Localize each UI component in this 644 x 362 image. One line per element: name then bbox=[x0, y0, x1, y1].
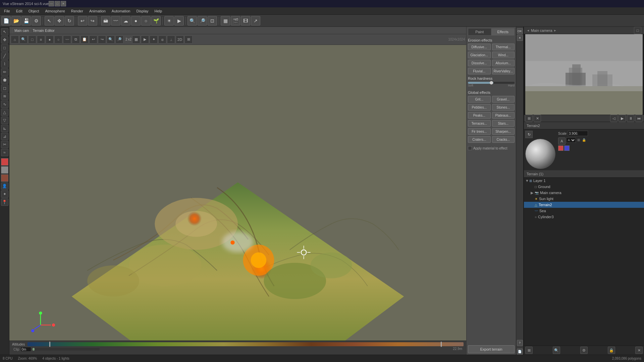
camera-expand-btn[interactable]: □ bbox=[634, 27, 641, 34]
bottom-icon-5[interactable]: ✕ bbox=[635, 347, 643, 354]
altitude-min-handle[interactable] bbox=[49, 342, 50, 347]
right-tool-2[interactable]: ✕ bbox=[534, 115, 541, 122]
btn-peaks[interactable]: Peaks... bbox=[468, 112, 491, 119]
tool-drop[interactable]: ⊿ bbox=[1, 133, 8, 140]
btn-gravel[interactable]: Gravel... bbox=[492, 96, 515, 103]
export-terrain-btn[interactable]: Export terrain bbox=[468, 345, 515, 353]
terrain-zoomin-btn[interactable]: 🔍 bbox=[107, 36, 115, 44]
menu-animation[interactable]: Animation bbox=[87, 8, 108, 14]
camera-view[interactable] bbox=[524, 34, 644, 115]
tool-fx[interactable]: ✦ bbox=[1, 190, 8, 198]
redo-btn[interactable]: ↪ bbox=[88, 16, 97, 25]
terrain-pattern-btn[interactable]: ⊞ bbox=[184, 36, 193, 44]
bottom-icon-1[interactable]: ⊞ bbox=[525, 347, 533, 354]
water-btn[interactable]: 〰 bbox=[111, 16, 120, 25]
sphere-btn[interactable]: ● bbox=[131, 16, 141, 25]
terrain-btn[interactable]: 🏔 bbox=[101, 16, 110, 25]
right-tool-1[interactable]: ⊞ bbox=[525, 115, 533, 122]
terrain-sphere2-btn[interactable]: ○ bbox=[54, 36, 62, 44]
bottom-icon-3[interactable]: ⚙ bbox=[580, 347, 588, 354]
render2-btn[interactable]: 🎬 bbox=[231, 16, 240, 25]
tool-brush1[interactable]: ╱ bbox=[1, 52, 8, 60]
color-gray-swatch[interactable] bbox=[1, 166, 8, 174]
anim-btn[interactable]: 🎞 bbox=[241, 16, 250, 25]
right-icon-1[interactable]: ◁ bbox=[610, 115, 618, 122]
ok-button[interactable]: OK bbox=[517, 28, 523, 34]
undo-btn[interactable]: ↩ bbox=[78, 16, 87, 25]
terrain-viewport[interactable] bbox=[9, 45, 466, 341]
color-pick-blue[interactable] bbox=[564, 145, 570, 151]
btn-alluvium[interactable]: Alluvium... bbox=[492, 60, 515, 66]
new-btn[interactable]: 📄 bbox=[1, 16, 11, 25]
prop-icon-a[interactable]: A bbox=[558, 137, 566, 145]
tool-arrow[interactable]: ↖ bbox=[1, 28, 8, 36]
material-refresh-btn[interactable]: ↻ bbox=[525, 131, 533, 138]
close-button[interactable]: ✕ bbox=[61, 1, 66, 6]
tree-item-cylinder3[interactable]: ○ Cylinder3 bbox=[524, 214, 644, 220]
tool-erase[interactable]: ◻ bbox=[1, 84, 8, 92]
btn-cracks[interactable]: Cracks... bbox=[492, 136, 515, 143]
tool-smooth[interactable]: ∿ bbox=[1, 101, 8, 108]
terrain-layer-btn[interactable]: ≡ bbox=[37, 36, 45, 44]
tool-smear[interactable]: ≋ bbox=[1, 93, 8, 100]
menu-render[interactable]: Render bbox=[68, 8, 86, 14]
btn-stones[interactable]: Stones... bbox=[492, 104, 515, 111]
bottom-icon-4[interactable]: 🔒 bbox=[608, 347, 615, 354]
terrain-water-btn[interactable]: 〰 bbox=[63, 36, 71, 44]
hardness-slider-bar[interactable] bbox=[468, 82, 515, 84]
btn-craters[interactable]: Craters... bbox=[468, 136, 491, 143]
menu-file[interactable]: File bbox=[1, 8, 13, 14]
scale-input[interactable] bbox=[568, 131, 588, 136]
terrain-alpha-btn[interactable]: α bbox=[158, 36, 166, 44]
tool-mountain[interactable]: △ bbox=[1, 109, 8, 116]
color-red-swatch[interactable] bbox=[1, 158, 8, 166]
terrain-home-btn[interactable]: ⌂ bbox=[11, 36, 19, 44]
btn-wind[interactable]: Wind... bbox=[492, 52, 515, 58]
menu-object[interactable]: Object bbox=[26, 8, 42, 14]
tool-brush2[interactable]: ⌇ bbox=[1, 60, 8, 68]
camera-arrow-left[interactable]: ◄ bbox=[527, 29, 530, 32]
tool-pan[interactable]: ✥ bbox=[1, 36, 8, 44]
tree-item-maincamera[interactable]: ▶ 📷 Main camera bbox=[524, 190, 644, 196]
terrain-normal-btn[interactable]: ⟂ bbox=[167, 36, 175, 44]
terrain-redo-btn[interactable]: ↪ bbox=[98, 36, 106, 44]
terrain-flat-btn[interactable]: 2D bbox=[176, 36, 184, 44]
side-page-btn[interactable]: 📄 bbox=[517, 349, 523, 355]
btn-pebbles[interactable]: Pebbles... bbox=[468, 104, 491, 111]
menu-help[interactable]: Help bbox=[152, 8, 165, 14]
clip-input[interactable] bbox=[20, 347, 31, 352]
altitude-max-handle[interactable] bbox=[441, 342, 442, 347]
help-button[interactable]: ? bbox=[517, 340, 523, 346]
menu-display[interactable]: Display bbox=[133, 8, 151, 14]
terrain-sphere-btn active[interactable]: ● bbox=[46, 36, 54, 44]
render-btn[interactable]: ▶ bbox=[174, 16, 184, 25]
tab-effects[interactable]: Effects bbox=[491, 28, 515, 36]
btn-terraces[interactable]: Terraces... bbox=[468, 120, 491, 127]
zoom-in-btn[interactable]: 🔍 bbox=[187, 16, 197, 25]
tool-paint[interactable]: ✏ bbox=[1, 68, 8, 76]
tool-select[interactable]: □ bbox=[1, 44, 8, 52]
right-icon-4[interactable]: ⏭ bbox=[635, 115, 643, 122]
view-btn[interactable]: ▦ bbox=[221, 16, 230, 25]
cancel-button[interactable]: ✕ bbox=[517, 35, 523, 41]
minimize-button[interactable]: — bbox=[49, 1, 54, 6]
menu-edit[interactable]: Edit bbox=[13, 8, 25, 14]
sun-btn[interactable]: ☀ bbox=[164, 16, 174, 25]
tool-noise[interactable]: ≈ bbox=[1, 149, 8, 156]
bottom-icon-2[interactable]: 🔍 bbox=[553, 347, 560, 354]
settings-btn[interactable]: ⚙ bbox=[32, 16, 41, 25]
btn-dissolve[interactable]: Dissolve... bbox=[468, 60, 491, 66]
move-btn[interactable]: ✥ bbox=[55, 16, 64, 25]
tree-item-sunlight[interactable]: ☀ Sun light bbox=[524, 196, 644, 202]
camera-arrow-right[interactable]: ► bbox=[554, 29, 557, 32]
terrain-copy-btn[interactable]: ⧉ bbox=[72, 36, 80, 44]
terrain-grid-btn[interactable]: □ bbox=[28, 36, 36, 44]
plant-btn[interactable]: 🌱 bbox=[151, 16, 161, 25]
tab-main-cam[interactable]: Main cam bbox=[12, 28, 31, 33]
terrain-paste-btn[interactable]: 📋 bbox=[80, 36, 89, 44]
atmosphere-btn[interactable]: ☁ bbox=[121, 16, 130, 25]
rotate-btn[interactable]: ↻ bbox=[65, 16, 74, 25]
btn-firtrees[interactable]: Fir trees... bbox=[468, 128, 491, 135]
select-btn[interactable]: ↖ bbox=[45, 16, 54, 25]
btn-sharpen[interactable]: Sharpen... bbox=[492, 128, 515, 135]
